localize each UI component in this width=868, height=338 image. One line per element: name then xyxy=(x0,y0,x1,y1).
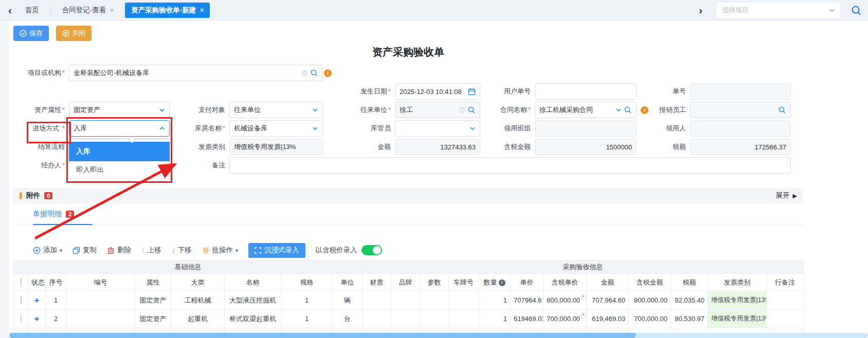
close-button[interactable]: 关闭 xyxy=(56,26,92,41)
copy-button[interactable]: 复制 xyxy=(73,246,97,255)
search-icon[interactable] xyxy=(467,106,476,114)
user-no-field[interactable] xyxy=(535,83,637,100)
search-icon[interactable] xyxy=(310,69,318,77)
detail-tabs: 单据明细 2 xyxy=(13,210,803,226)
unit-cell: 辆 xyxy=(333,291,363,310)
toggle-knob xyxy=(373,246,381,254)
pay-target-label: 支付对象 xyxy=(170,105,229,115)
price-cell: 707964.6 xyxy=(511,291,544,310)
group-header-row: 基础信息 采购验收信息 xyxy=(14,260,804,274)
keeper-label: 库管员 xyxy=(323,124,395,133)
clear-icon[interactable] xyxy=(458,106,465,114)
code-cell xyxy=(66,310,135,328)
scrollbar-thumb[interactable] xyxy=(9,333,636,338)
move-up-button[interactable]: ↑ 上移 xyxy=(141,246,161,255)
tab-home-label: 首页 xyxy=(25,6,39,15)
keeper-select[interactable] xyxy=(395,120,480,137)
tabs-back-icon[interactable]: ‹ xyxy=(6,5,14,15)
add-row-icon[interactable]: + xyxy=(34,314,40,324)
clear-icon[interactable] xyxy=(301,69,308,77)
add-row-icon[interactable]: + xyxy=(34,295,40,305)
search-icon[interactable] xyxy=(624,106,632,114)
col-qty: 数量i xyxy=(479,274,511,291)
contract-value: 徐工机械采购合同 xyxy=(539,105,613,115)
pay-target-select[interactable]: 往来单位 xyxy=(229,102,323,118)
batch-ops-button[interactable]: 批操作 ▾ xyxy=(202,246,239,255)
tab-home[interactable]: 首页 xyxy=(19,3,45,18)
detail-grid: 基础信息 采购验收信息 状态 序号 编号 属性 大类 名称 规格 单位 材质 品… xyxy=(13,260,804,338)
chevron-down-icon[interactable] xyxy=(312,125,318,132)
invoice-type-value: 增值税专用发票|13% xyxy=(234,142,318,152)
chevron-down-icon[interactable] xyxy=(829,7,835,13)
tab-detail-lines[interactable]: 单据明细 2 xyxy=(33,210,74,219)
contract-label: 合同名称 xyxy=(480,105,535,115)
doc-no-field xyxy=(690,83,791,100)
horizontal-scrollbar[interactable] xyxy=(9,333,868,338)
tab-asset-acceptance-new[interactable]: 资产采购验收单-新建 × xyxy=(125,3,210,18)
operator-label: 经办人 xyxy=(13,161,69,170)
counterparty-field[interactable]: 徐工 xyxy=(395,102,480,118)
immersive-entry-button[interactable]: 沉浸式录入 xyxy=(248,243,305,258)
project-info-wrap: i xyxy=(323,69,395,77)
chevron-down-icon: ▾ xyxy=(60,248,62,253)
contract-select[interactable]: 徐工机械采购合同 i xyxy=(535,102,637,118)
tax-price-toggle-group: 以含税价录入 xyxy=(316,245,382,255)
col-spec: 规格 xyxy=(281,274,333,291)
date-field[interactable]: 2025-12-03 10:41:08 xyxy=(395,83,480,100)
arrow-up-icon: ↑ xyxy=(141,247,145,254)
project-label: 项目或机构 xyxy=(13,68,69,78)
chevron-down-icon[interactable] xyxy=(312,107,318,113)
entry-mode-select[interactable]: 入库 xyxy=(69,120,170,137)
save-button[interactable]: 保存 xyxy=(13,26,49,41)
reimburse-field[interactable] xyxy=(690,102,791,118)
use-team-label: 领用班组 xyxy=(480,124,535,133)
project-select[interactable]: 选择项目 xyxy=(717,3,840,18)
brand-cell xyxy=(391,310,420,328)
chevron-down-icon[interactable] xyxy=(469,125,476,132)
use-person-field xyxy=(690,120,791,137)
tab-close-icon[interactable]: × xyxy=(110,7,114,14)
tab-close-icon[interactable]: × xyxy=(200,7,204,14)
option-ruku[interactable]: 入库 xyxy=(69,142,170,161)
tax-field: 172566.37 xyxy=(690,139,791,155)
tab-contract-view[interactable]: 合同登记-查看 × xyxy=(56,3,120,18)
tax-price-value: 800,000.00 xyxy=(547,296,580,304)
project-select-placeholder: 选择项目 xyxy=(722,6,826,15)
warehouse-select[interactable]: 机械设备库 xyxy=(229,120,323,137)
remark-field[interactable] xyxy=(229,157,791,174)
add-button[interactable]: 添加 ▾ xyxy=(33,246,62,255)
tax-label: 税额 xyxy=(637,142,690,152)
qty-cell: 1 xyxy=(479,291,511,310)
select-all-checkbox[interactable] xyxy=(21,278,22,287)
warehouse-label: 库房名称 xyxy=(170,124,229,133)
date-label: 发生日期 xyxy=(323,87,395,96)
tabs-forward-icon[interactable]: › xyxy=(697,5,704,15)
option-jiru-jichu[interactable]: 即入即出 xyxy=(69,161,170,179)
expand-button[interactable]: 展开 ▶ xyxy=(776,191,797,200)
row-checkbox[interactable] xyxy=(21,296,22,305)
global-search-icon[interactable] xyxy=(851,5,862,16)
price-cell: 619469.03 xyxy=(511,310,544,328)
row-checkbox[interactable] xyxy=(21,314,22,323)
delete-button[interactable]: 删除 xyxy=(107,246,131,255)
col-brand: 品牌 xyxy=(391,274,420,291)
tax-price-toggle[interactable] xyxy=(361,245,382,255)
save-button-label: 保存 xyxy=(29,29,43,38)
tax-price-toggle-label: 以含税价录入 xyxy=(316,246,357,255)
amount-cell: 707,964.60 xyxy=(587,291,629,310)
calendar-icon[interactable] xyxy=(468,88,476,96)
info-icon: i xyxy=(324,69,332,77)
warehouse-value: 机械设备库 xyxy=(234,124,310,133)
chevron-down-icon[interactable] xyxy=(616,107,622,113)
left-gutter xyxy=(0,21,9,338)
move-down-button[interactable]: ↓ 下移 xyxy=(172,246,192,255)
add-label: 添加 xyxy=(43,246,57,255)
expand-label: 展开 xyxy=(776,191,790,200)
chevron-up-icon[interactable] xyxy=(159,125,165,132)
project-field[interactable]: 金桥装配公司-机械设备库 xyxy=(69,65,323,81)
entry-mode-value: 入库 xyxy=(74,124,157,133)
col-amount: 金额 xyxy=(587,274,629,291)
search-icon[interactable] xyxy=(778,106,786,114)
chevron-down-icon[interactable] xyxy=(159,107,165,113)
asset-attr-select[interactable]: 固定资产 xyxy=(69,102,170,118)
